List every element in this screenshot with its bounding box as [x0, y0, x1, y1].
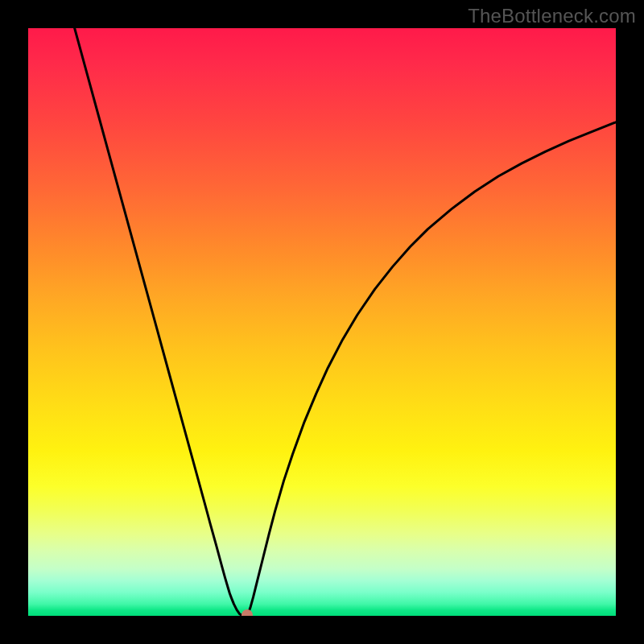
attribution-text: TheBottleneck.com [468, 5, 636, 27]
plot-area [28, 28, 616, 616]
minimum-marker [242, 609, 253, 616]
chart-curve [28, 28, 616, 616]
